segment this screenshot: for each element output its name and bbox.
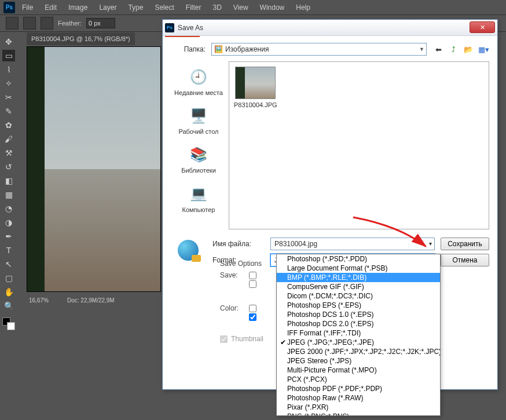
ps-logo-icon: Ps (3, 2, 15, 13)
menu-select[interactable]: Select (149, 2, 179, 13)
selection-mode-icon-2[interactable] (41, 17, 53, 30)
format-option[interactable]: BMP (*.BMP;*.RLE;*.DIB) (277, 273, 440, 282)
file-thumbnail (235, 67, 276, 99)
document-tab[interactable]: P8310004.JPG @ 16,7% (RGB/8*) (27, 32, 135, 45)
title-underline (165, 36, 200, 37)
thumbnail-chk (220, 335, 228, 343)
menu-bar: Ps FileEditImageLayerTypeSelectFilter3DV… (0, 0, 506, 14)
format-option[interactable]: Large Document Format (*.PSB) (277, 264, 440, 273)
filename-value: P8310004.jpg (274, 240, 317, 248)
cancel-button[interactable]: Отмена (441, 254, 489, 266)
format-option[interactable]: ✔JPEG (*.JPG;*.JPEG;*.JPE) (277, 338, 440, 347)
stamp-tool-icon[interactable]: ⚒ (2, 147, 15, 159)
tools-panel: ✥ ▭ ⌇ ✧ ✂ ✎ ✿ 🖌 ⚒ ↺ ◧ ▦ ◔ ◑ ✒ T ↖ ▢ ✋ 🔍 (0, 32, 17, 330)
place-icon: 🖥️ (189, 106, 208, 126)
new-folder-button[interactable]: 📂 (463, 43, 474, 55)
menu-window[interactable]: Window (254, 2, 291, 13)
blur-tool-icon[interactable]: ◔ (2, 203, 15, 214)
filename-input[interactable]: P8310004.jpg ▾ (270, 238, 435, 250)
place-icon: 💻 (189, 184, 208, 204)
hand-tool-icon[interactable]: ✋ (2, 286, 15, 298)
format-option[interactable]: Photoshop EPS (*.EPS) (277, 301, 440, 310)
format-option[interactable]: IFF Format (*.IFF;*.TDI) (277, 328, 440, 338)
eyedropper-tool-icon[interactable]: ✎ (2, 105, 15, 117)
folder-combo[interactable]: 🖼️ Изображения ▼ (211, 43, 427, 56)
color-chk-1[interactable] (249, 305, 256, 312)
marquee-tool-icon[interactable]: ▭ (2, 50, 15, 61)
format-option[interactable]: PCX (*.PCX) (277, 375, 440, 384)
move-tool-icon[interactable]: ✥ (2, 36, 15, 48)
feather-input[interactable] (86, 18, 115, 28)
zoom-tool-icon[interactable]: 🔍 (2, 300, 15, 312)
format-option[interactable]: Photoshop DCS 1.0 (*.EPS) (277, 310, 440, 319)
format-option[interactable]: Photoshop Raw (*.RAW) (277, 393, 440, 403)
menu-help[interactable]: Help (290, 2, 316, 13)
format-option[interactable]: Dicom (*.DCM;*.DC3;*.DIC) (277, 291, 440, 301)
menu-file[interactable]: File (16, 2, 39, 13)
save-chk-2[interactable] (249, 280, 256, 288)
place-item[interactable]: 🕘Недавние места (171, 65, 226, 103)
tool-preset-icon[interactable] (6, 17, 19, 30)
dialog-title: Save As (178, 24, 203, 32)
feather-label: Feather: (58, 20, 82, 27)
place-label: Компьютер (182, 206, 215, 214)
back-button[interactable]: ⬅ (432, 43, 444, 55)
format-option[interactable]: JPEG 2000 (*.JPF;*.JPX;*.JP2;*.J2C;*.J2K… (277, 347, 440, 356)
selection-mode-icon[interactable] (23, 17, 36, 30)
history-brush-icon[interactable]: ↺ (2, 161, 15, 173)
file-item[interactable]: P8310004.JPG (234, 67, 277, 108)
dialog-title-bar[interactable]: Ps Save As ✕ (163, 20, 497, 36)
canvas-area (27, 46, 166, 301)
format-option[interactable]: PNG (*.PNG;*.PNS) (277, 412, 440, 416)
dodge-tool-icon[interactable]: ◑ (2, 217, 15, 228)
chevron-down-icon: ▼ (419, 46, 424, 52)
place-label: Библиотеки (181, 167, 216, 174)
place-icon: 📚 (189, 145, 208, 165)
crop-tool-icon[interactable]: ✂ (2, 92, 15, 103)
format-option[interactable]: JPEG Stereo (*.JPS) (277, 356, 440, 366)
pen-tool-icon[interactable]: ✒ (2, 231, 15, 242)
menu-filter[interactable]: Filter (180, 2, 207, 13)
document-tab-label: P8310004.JPG @ 16,7% (RGB/8*) (31, 35, 130, 42)
save-chk-1[interactable] (249, 272, 256, 279)
place-item[interactable]: 🖥️Рабочий стол (171, 104, 226, 141)
healing-tool-icon[interactable]: ✿ (2, 119, 15, 131)
format-option[interactable]: Pixar (*.PXR) (277, 403, 440, 412)
menu-3d[interactable]: 3D (207, 2, 227, 13)
file-list[interactable]: P8310004.JPG (229, 61, 489, 229)
format-option[interactable]: Photoshop PDF (*.PDF;*.PDP) (277, 384, 440, 393)
place-item[interactable]: 📚Библиотеки (171, 143, 226, 180)
menu-view[interactable]: View (228, 2, 254, 13)
up-button[interactable]: ⤴ (448, 43, 459, 55)
wand-tool-icon[interactable]: ✧ (2, 78, 15, 89)
canvas[interactable] (27, 46, 161, 292)
place-label: Рабочий стол (178, 128, 218, 136)
color-chk-2[interactable] (249, 313, 256, 321)
view-menu-button[interactable]: ▦▾ (478, 43, 489, 55)
shape-tool-icon[interactable]: ▢ (2, 272, 15, 284)
save-button[interactable]: Сохранить (441, 238, 489, 250)
color-swatches[interactable] (2, 317, 15, 330)
menu-type[interactable]: Type (122, 2, 149, 13)
zoom-level[interactable]: 16,67% (27, 297, 61, 304)
format-option[interactable]: Photoshop DCS 2.0 (*.EPS) (277, 319, 440, 328)
path-select-icon[interactable]: ↖ (2, 258, 15, 270)
chevron-down-icon[interactable]: ▾ (429, 240, 432, 247)
close-button[interactable]: ✕ (470, 21, 495, 33)
menu-layer[interactable]: Layer (93, 2, 122, 13)
menu-edit[interactable]: Edit (39, 2, 63, 13)
place-label: Недавние места (174, 89, 223, 97)
eraser-tool-icon[interactable]: ◧ (2, 175, 15, 187)
format-option[interactable]: CompuServe GIF (*.GIF) (277, 282, 440, 291)
type-tool-icon[interactable]: T (2, 244, 15, 256)
gradient-tool-icon[interactable]: ▦ (2, 189, 15, 200)
format-option[interactable]: Photoshop (*.PSD;*.PDD) (277, 254, 440, 264)
menu-image[interactable]: Image (63, 2, 93, 13)
place-icon: 🕘 (189, 67, 208, 87)
format-option[interactable]: Multi-Picture Format (*.MPO) (277, 366, 440, 375)
brush-tool-icon[interactable]: 🖌 (2, 133, 15, 145)
place-item[interactable]: 💻Компьютер (171, 182, 226, 220)
filename-label: Имя файла: (212, 240, 265, 248)
format-dropdown-list[interactable]: Photoshop (*.PSD;*.PDD)Large Document Fo… (276, 254, 441, 416)
lasso-tool-icon[interactable]: ⌇ (2, 64, 15, 75)
